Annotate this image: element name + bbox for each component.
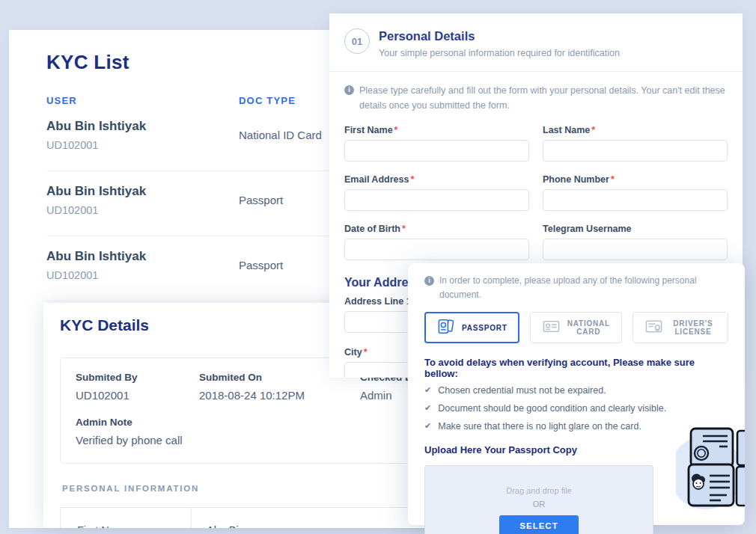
submitted-by-label: Submited By <box>76 372 199 383</box>
form-instruction-text: Please type carefully and fill out the f… <box>359 83 728 113</box>
national-card-button-label: NATIONAL CARD <box>567 319 610 336</box>
document-type-selector: PASSPORT NATIONAL CARD <box>424 312 728 343</box>
field-last-name: Last Name* <box>543 125 728 162</box>
drivers-license-button-label: DRIVER'S LICENSE <box>670 319 716 336</box>
email-address-input[interactable] <box>344 189 529 211</box>
info-icon: i <box>424 276 434 286</box>
date-of-birth-input[interactable] <box>344 239 529 260</box>
user-id: UD102001 <box>46 269 239 281</box>
first-name-input[interactable] <box>344 140 529 162</box>
form-instruction-note: i Please type carefully and fill out the… <box>344 83 728 113</box>
required-mark: * <box>364 347 368 357</box>
city-label: City <box>344 347 362 357</box>
passport-button-label: PASSPORT <box>462 324 507 332</box>
kyc-admin-page: { "icons": { "info": "i", "check": "\u27… <box>0 0 756 534</box>
user-name: Abu Bin Ishtiyak <box>46 249 239 264</box>
tip-text: Chosen credential must not be expaired. <box>438 385 606 397</box>
submitted-on-value: 2018-08-24 10:12PM <box>199 389 360 402</box>
column-header-doc-type: DOC TYPE <box>239 95 296 106</box>
national-card-doc-button[interactable]: NATIONAL CARD <box>530 312 622 343</box>
field-phone-number: Phone Number* <box>543 174 728 211</box>
date-of-birth-label: Date of Birth <box>344 224 400 234</box>
file-dropzone[interactable]: Drag and drop file OR SELECT <box>424 465 653 534</box>
check-icon: ✔ <box>424 421 431 433</box>
user-name: Abu Bin Ishtiyak <box>46 184 239 199</box>
tip-item: ✔ Document should be good condition and … <box>424 403 728 415</box>
required-mark: * <box>402 224 406 234</box>
phone-number-input[interactable] <box>543 189 728 211</box>
telegram-username-label: Telegram Username <box>543 224 632 234</box>
submitted-by-value: UD102001 <box>76 389 199 402</box>
drivers-license-icon <box>644 317 663 338</box>
doc-type: Passport <box>239 194 283 206</box>
page-subtitle: Your simple personal information require… <box>379 48 620 58</box>
national-card-icon <box>542 317 561 338</box>
required-mark: * <box>410 174 414 185</box>
doc-type: Passport <box>239 259 283 271</box>
last-name-label: Last Name <box>543 125 590 135</box>
user-name: Abu Bin Ishtiyak <box>46 119 239 134</box>
phone-number-label: Phone Number <box>543 174 609 185</box>
page-title: Personal Details <box>379 28 620 43</box>
verification-tips-title: To avoid delays when verifying account, … <box>424 357 728 379</box>
step-number-badge: 01 <box>344 28 370 54</box>
address-line-1-label: Address Line 1 <box>344 296 412 307</box>
divider <box>329 71 743 72</box>
doc-type: National ID Card <box>239 129 322 141</box>
dropzone-or: OR <box>533 500 546 509</box>
user-id: UD102001 <box>46 204 239 216</box>
user-id: UD102001 <box>46 139 239 151</box>
field-date-of-birth: Date of Birth* <box>344 224 529 260</box>
field-telegram-username: Telegram Username <box>543 224 728 260</box>
drivers-license-doc-button[interactable]: DRIVER'S LICENSE <box>632 312 728 343</box>
table-cell-value: Abu Bin <box>192 508 245 528</box>
upload-instruction-note: i In order to complete, please upload an… <box>424 274 728 302</box>
email-address-label: Email Address <box>344 174 409 185</box>
telegram-username-input[interactable] <box>543 239 728 260</box>
check-icon: ✔ <box>424 385 431 397</box>
tip-item: ✔ Chosen credential must not be expaired… <box>424 385 728 397</box>
required-mark: * <box>611 174 615 185</box>
tip-text: Document should be good condition and cl… <box>438 403 666 415</box>
step-header: 01 Personal Details Your simple personal… <box>344 28 728 58</box>
table-cell-label: First Name <box>61 508 192 528</box>
column-header-user: USER <box>46 95 239 106</box>
first-name-label: First Name <box>344 125 393 135</box>
passport-icon <box>436 317 455 338</box>
required-mark: * <box>394 125 398 135</box>
select-file-button[interactable]: SELECT <box>499 515 579 534</box>
passport-doc-button[interactable]: PASSPORT <box>424 312 519 343</box>
upload-instruction-text: In order to complete, please upload any … <box>439 274 728 302</box>
dropzone-hint: Drag and drop file <box>506 486 571 495</box>
field-email-address: Email Address* <box>344 174 529 211</box>
required-mark: * <box>591 125 595 135</box>
last-name-input[interactable] <box>543 140 728 162</box>
id-cards-illustration <box>676 416 745 533</box>
tip-text: Make sure that there is no light glare o… <box>438 421 641 433</box>
field-first-name: First Name* <box>344 125 529 162</box>
check-icon: ✔ <box>424 403 431 415</box>
info-icon: i <box>344 85 354 95</box>
